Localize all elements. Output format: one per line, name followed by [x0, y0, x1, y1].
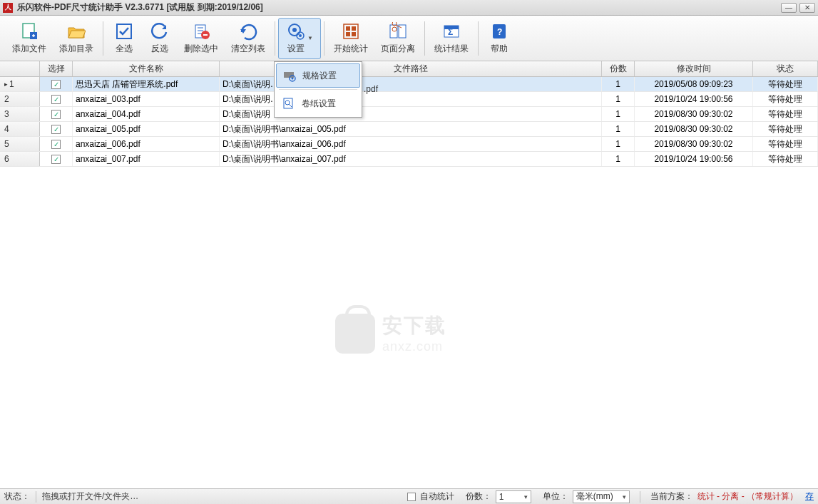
- row-mtime: 2019/08/30 09:30:02: [635, 107, 753, 121]
- row-filename: anxaizai_007.pdf: [73, 152, 220, 166]
- copies-label: 份数：: [466, 490, 491, 503]
- table-row[interactable]: 5✓anxaizai_006.pdfD:\桌面\说明书\anxaizai_006…: [0, 137, 818, 152]
- row-checkbox-cell[interactable]: ✓: [40, 107, 73, 121]
- row-path: D:\桌面\说明书\anxaizai_007.pdf: [220, 152, 602, 166]
- row-number: 5: [0, 137, 40, 151]
- row-status: 等待处理: [753, 107, 818, 121]
- row-filename: anxaizai_006.pdf: [73, 137, 220, 151]
- row-filename: anxaizai_004.pdf: [73, 107, 220, 121]
- window-controls: — ✕: [781, 3, 815, 13]
- add-file-icon: [19, 21, 39, 41]
- unit-label: 单位：: [543, 490, 568, 503]
- toolbar-separator: [424, 21, 425, 56]
- row-copies: 1: [602, 122, 635, 136]
- row-checkbox-cell[interactable]: ✓: [40, 77, 73, 91]
- svg-point-30: [292, 78, 294, 80]
- svg-rect-15: [352, 26, 356, 31]
- watermark: 安下载 anxz.com: [335, 312, 446, 354]
- row-mtime: 2019/08/30 09:30:02: [635, 137, 753, 151]
- toolbar-separator: [324, 21, 324, 56]
- checkbox-icon[interactable]: ✓: [51, 110, 61, 119]
- col-status[interactable]: 状态: [753, 61, 818, 76]
- row-checkbox-cell[interactable]: ✓: [40, 137, 73, 151]
- col-mtime[interactable]: 修改时间: [635, 61, 753, 76]
- gear-icon: [286, 21, 306, 41]
- row-filename: anxaizai_005.pdf: [73, 122, 220, 136]
- clear-icon: [238, 21, 258, 41]
- checkbox-icon[interactable]: ✓: [51, 140, 61, 149]
- table-row[interactable]: 4✓anxaizai_005.pdfD:\桌面\说明书\anxaizai_005…: [0, 122, 818, 137]
- toolbar-separator: [103, 21, 103, 56]
- settings-dropdown: 规格设置 卷纸设置: [274, 61, 362, 118]
- svg-rect-28: [284, 72, 294, 78]
- checkbox-icon[interactable]: ✓: [51, 95, 61, 104]
- row-filename: anxaizai_003.pdf: [73, 92, 220, 106]
- roll-icon: [282, 96, 296, 110]
- invert-icon: [150, 21, 170, 41]
- svg-rect-14: [346, 26, 350, 31]
- checkbox-icon[interactable]: ✓: [51, 125, 61, 134]
- svg-point-12: [299, 34, 302, 37]
- col-rownum[interactable]: [0, 61, 40, 76]
- table-row[interactable]: 6✓anxaizai_007.pdfD:\桌面\说明书\anxaizai_007…: [0, 152, 818, 167]
- row-status: 等待处理: [753, 92, 818, 106]
- table-row[interactable]: 2✓anxaizai_003.pdfD:\桌面\说明……12019/10/24 …: [0, 92, 818, 107]
- select-all-button[interactable]: 全选: [106, 18, 142, 59]
- invert-button[interactable]: 反选: [142, 18, 178, 59]
- row-copies: 1: [602, 152, 635, 166]
- table-row[interactable]: 3✓anxaizai_004.pdfD:\桌面\说明12019/08/30 09…: [0, 107, 818, 122]
- unit-select[interactable]: 毫米(mm): [573, 490, 630, 503]
- window-title: 乐闪软件-PDF尺寸统计助手 V2.3.6771 [试用版 到期:2019/12…: [17, 1, 263, 14]
- delete-icon: [191, 21, 211, 41]
- row-status: 等待处理: [753, 137, 818, 151]
- svg-text:Σ: Σ: [448, 27, 453, 37]
- copies-select[interactable]: 1: [496, 490, 531, 503]
- row-copies: 1: [602, 107, 635, 121]
- row-checkbox-cell[interactable]: ✓: [40, 152, 73, 166]
- grid-header: 选择 文件名称 文件路径 份数 修改时间 状态: [0, 61, 818, 77]
- chevron-down-icon: ▼: [307, 35, 313, 41]
- row-copies: 1: [602, 77, 635, 91]
- delete-selected-button[interactable]: 删除选中: [178, 18, 225, 59]
- minimize-button[interactable]: —: [781, 3, 797, 13]
- grid-body: 1✓思迅天店 店铺管理系统.pdfD:\桌面\说明……12019/05/08 0…: [0, 77, 818, 488]
- scheme-save-link[interactable]: 存: [805, 490, 814, 503]
- col-name[interactable]: 文件名称: [73, 61, 220, 76]
- svg-text:?: ?: [497, 27, 502, 37]
- svg-rect-16: [346, 32, 350, 36]
- checkbox-icon[interactable]: ✓: [51, 80, 61, 89]
- row-number: 3: [0, 107, 40, 121]
- statusbar: 状态： 拖拽或打开文件/文件夹… 自动统计 份数： 1 单位： 毫米(mm) 当…: [0, 488, 818, 504]
- toolbar-separator: [478, 21, 479, 56]
- row-checkbox-cell[interactable]: ✓: [40, 122, 73, 136]
- help-icon: ?: [489, 21, 509, 41]
- row-checkbox-cell[interactable]: ✓: [40, 92, 73, 106]
- row-number: 4: [0, 122, 40, 136]
- status-hint: 拖拽或打开文件/文件夹…: [42, 490, 138, 503]
- close-button[interactable]: ✕: [799, 3, 815, 13]
- col-copies[interactable]: 份数: [602, 61, 635, 76]
- status-label: 状态：: [4, 490, 30, 503]
- row-number: 1: [0, 77, 40, 91]
- folder-icon: [66, 21, 86, 41]
- add-file-button[interactable]: 添加文件: [6, 18, 53, 59]
- row-mtime: 2019/10/24 19:00:56: [635, 92, 753, 106]
- row-mtime: 2019/10/24 19:00:56: [635, 152, 753, 166]
- help-button[interactable]: ? 帮助: [481, 18, 517, 59]
- clear-list-button[interactable]: 清空列表: [225, 18, 272, 59]
- menu-roll-settings[interactable]: 卷纸设置: [276, 91, 360, 115]
- settings-button[interactable]: 设置 ▼: [278, 18, 321, 59]
- stat-result-button[interactable]: Σ 统计结果: [428, 18, 475, 59]
- start-stat-button[interactable]: 开始统计: [327, 18, 374, 59]
- col-select[interactable]: 选择: [40, 61, 73, 76]
- add-dir-button[interactable]: 添加目录: [53, 18, 100, 59]
- scheme-label: 当前方案：: [650, 490, 693, 503]
- auto-stat-checkbox[interactable]: [407, 493, 416, 501]
- menu-spec-settings[interactable]: 规格设置: [276, 63, 360, 88]
- page-split-button[interactable]: 页面分离: [374, 18, 421, 59]
- table-row[interactable]: 1✓思迅天店 店铺管理系统.pdfD:\桌面\说明……12019/05/08 0…: [0, 77, 818, 92]
- app-icon: 人: [3, 3, 13, 13]
- select-all-icon: [114, 21, 134, 41]
- checkbox-icon[interactable]: ✓: [51, 155, 61, 164]
- row-number: 6: [0, 152, 40, 166]
